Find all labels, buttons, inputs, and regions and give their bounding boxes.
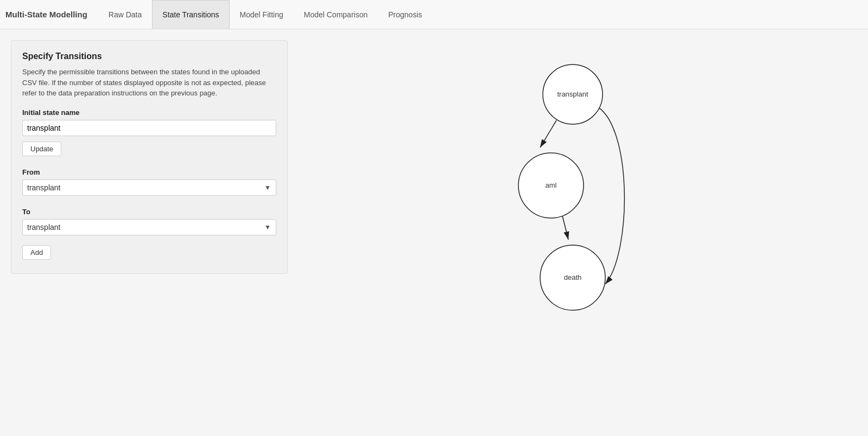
- update-button[interactable]: Update: [22, 142, 61, 156]
- tab-model-fitting[interactable]: Model Fitting: [230, 0, 294, 29]
- initial-state-input[interactable]: [22, 120, 276, 136]
- to-label: To: [22, 208, 276, 216]
- tab-prognosis[interactable]: Prognosis: [378, 0, 432, 29]
- tab-raw-data[interactable]: Raw Data: [98, 0, 152, 29]
- left-panel: Specify Transitions Specify the permissi…: [11, 40, 288, 425]
- node-aml-label: aml: [545, 181, 556, 189]
- edge-transplant-aml: [540, 120, 556, 148]
- panel-description: Specify the permissible transitions betw…: [22, 67, 276, 99]
- panel-title: Specify Transitions: [22, 52, 276, 61]
- edge-transplant-death: [594, 105, 624, 284]
- from-select[interactable]: transplant aml death: [22, 179, 276, 196]
- app-brand: Multi-State Modelling: [5, 10, 87, 19]
- tab-state-transitions[interactable]: State Transitions: [152, 0, 229, 29]
- initial-state-label: Initial state name: [22, 108, 276, 117]
- nav-tabs: Raw Data State Transitions Model Fitting…: [98, 0, 433, 29]
- specify-transitions-panel: Specify Transitions Specify the permissi…: [11, 40, 288, 274]
- right-panel: transplant aml death: [288, 40, 857, 425]
- node-death-label: death: [563, 273, 581, 281]
- edge-aml-death: [562, 214, 568, 240]
- to-section: To transplant aml death ▼: [22, 208, 276, 235]
- main-content: Specify Transitions Specify the permissi…: [0, 29, 868, 436]
- navbar: Multi-State Modelling Raw Data State Tra…: [0, 0, 868, 29]
- node-transplant-label: transplant: [557, 90, 588, 98]
- to-select[interactable]: transplant aml death: [22, 219, 276, 235]
- to-select-wrapper: transplant aml death ▼: [22, 219, 276, 235]
- from-label: From: [22, 168, 276, 176]
- from-section: From transplant aml death ▼: [22, 168, 276, 196]
- from-select-wrapper: transplant aml death ▼: [22, 179, 276, 196]
- tab-model-comparison[interactable]: Model Comparison: [294, 0, 378, 29]
- add-button[interactable]: Add: [22, 245, 51, 260]
- state-diagram: transplant aml death: [491, 51, 654, 322]
